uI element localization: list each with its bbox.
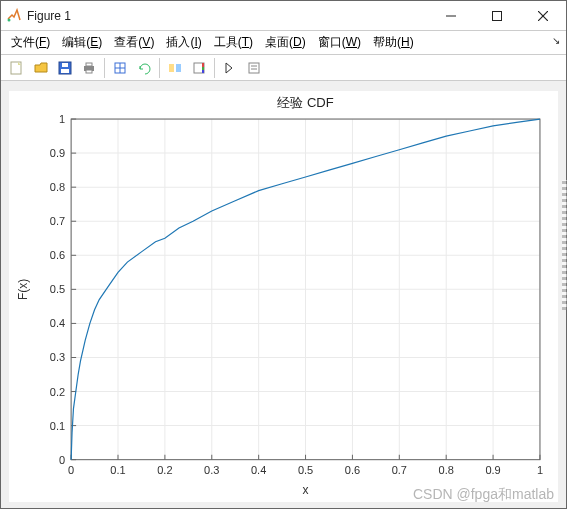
svg-text:0.5: 0.5 (298, 464, 313, 476)
svg-rect-20 (202, 70, 204, 73)
svg-text:0.8: 0.8 (50, 181, 65, 193)
svg-rect-21 (249, 63, 259, 73)
axes[interactable]: 00.10.20.30.40.50.60.70.80.9100.10.20.30… (9, 91, 558, 502)
menu-insert[interactable]: 插入(I) (160, 32, 207, 53)
axes-container: 00.10.20.30.40.50.60.70.80.9100.10.20.30… (9, 91, 558, 502)
print-button[interactable] (77, 57, 101, 79)
svg-text:0.3: 0.3 (204, 464, 219, 476)
svg-rect-15 (169, 64, 174, 72)
svg-text:0.7: 0.7 (50, 216, 65, 228)
menu-overflow-icon[interactable]: ↘ (552, 35, 560, 46)
toolbar (1, 54, 566, 81)
svg-text:0.7: 0.7 (392, 464, 407, 476)
menu-file[interactable]: 文件(F) (5, 32, 56, 53)
svg-text:0.1: 0.1 (50, 420, 65, 432)
toolbar-separator (159, 58, 160, 78)
svg-text:0.6: 0.6 (345, 464, 360, 476)
link-plot-button[interactable] (163, 57, 187, 79)
window-minimize-button[interactable] (428, 1, 474, 31)
plot-area: 00.10.20.30.40.50.60.70.80.9100.10.20.30… (1, 81, 566, 508)
save-button[interactable] (53, 57, 77, 79)
titlebar: Figure 1 (1, 1, 566, 31)
svg-text:0.6: 0.6 (50, 250, 65, 262)
svg-point-0 (8, 18, 11, 21)
toolbar-separator (104, 58, 105, 78)
svg-text:x: x (303, 483, 309, 497)
svg-rect-16 (176, 64, 181, 72)
menu-edit[interactable]: 编辑(E) (56, 32, 108, 53)
window-title: Figure 1 (27, 9, 71, 23)
svg-rect-11 (86, 70, 92, 73)
background-debris (562, 180, 567, 310)
insert-colorbar-button[interactable] (187, 57, 211, 79)
svg-rect-2 (493, 11, 502, 20)
window-maximize-button[interactable] (474, 1, 520, 31)
data-cursor-button[interactable] (108, 57, 132, 79)
svg-text:0: 0 (59, 454, 65, 466)
svg-text:经验 CDF: 经验 CDF (277, 95, 333, 110)
svg-text:F(x): F(x) (16, 279, 30, 300)
svg-rect-7 (61, 69, 69, 73)
svg-text:0.2: 0.2 (50, 386, 65, 398)
menu-help[interactable]: 帮助(H) (367, 32, 420, 53)
menu-tools[interactable]: 工具(T) (208, 32, 259, 53)
svg-text:0.1: 0.1 (110, 464, 125, 476)
svg-text:0.3: 0.3 (50, 352, 65, 364)
open-button[interactable] (29, 57, 53, 79)
window-close-button[interactable] (520, 1, 566, 31)
menubar: 文件(F) 编辑(E) 查看(V) 插入(I) 工具(T) 桌面(D) 窗口(W… (1, 31, 566, 54)
edit-plot-button[interactable] (218, 57, 242, 79)
toolbar-separator (214, 58, 215, 78)
svg-text:0.9: 0.9 (50, 147, 65, 159)
svg-text:0: 0 (68, 464, 74, 476)
svg-text:0.4: 0.4 (251, 464, 266, 476)
svg-text:1: 1 (537, 464, 543, 476)
menu-view[interactable]: 查看(V) (108, 32, 160, 53)
menu-window[interactable]: 窗口(W) (312, 32, 367, 53)
new-figure-button[interactable] (5, 57, 29, 79)
svg-rect-19 (202, 67, 204, 70)
svg-text:0.5: 0.5 (50, 284, 65, 296)
svg-rect-10 (86, 63, 92, 66)
svg-text:0.9: 0.9 (485, 464, 500, 476)
rotate-button[interactable] (132, 57, 156, 79)
menu-desktop[interactable]: 桌面(D) (259, 32, 312, 53)
svg-text:0.2: 0.2 (157, 464, 172, 476)
svg-text:1: 1 (59, 113, 65, 125)
insert-annotation-button[interactable] (242, 57, 266, 79)
figure-window: Figure 1 文件(F) 编辑(E) 查看(V) 插入(I) 工具(T) 桌… (0, 0, 567, 509)
svg-text:0.4: 0.4 (50, 318, 65, 330)
matlab-icon (5, 7, 23, 25)
svg-rect-8 (62, 63, 68, 67)
svg-text:0.8: 0.8 (439, 464, 454, 476)
